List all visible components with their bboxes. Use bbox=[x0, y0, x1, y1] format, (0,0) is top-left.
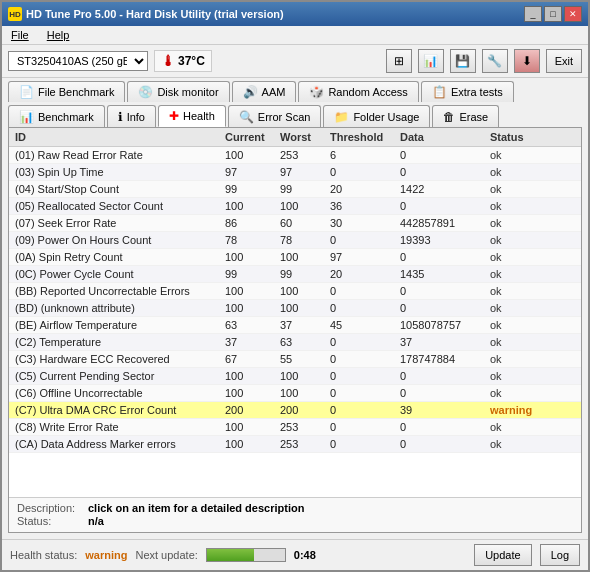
toolbar-btn-5[interactable]: ⬇ bbox=[514, 49, 540, 73]
table-row[interactable]: (C2) Temperature 37 63 0 37 ok bbox=[9, 334, 581, 351]
cell-id: (04) Start/Stop Count bbox=[13, 182, 223, 196]
table-row[interactable]: (07) Seek Error Rate 86 60 30 442857891 … bbox=[9, 215, 581, 232]
cell-current: 67 bbox=[223, 352, 278, 366]
menu-file[interactable]: File bbox=[8, 28, 32, 42]
cell-id: (09) Power On Hours Count bbox=[13, 233, 223, 247]
error-scan-icon: 🔍 bbox=[239, 110, 254, 124]
cell-worst: 253 bbox=[278, 437, 328, 451]
cell-id: (BD) (unknown attribute) bbox=[13, 301, 223, 315]
minimize-button[interactable]: _ bbox=[524, 6, 542, 22]
tab-disk-monitor[interactable]: 💿 Disk monitor bbox=[127, 81, 229, 102]
exit-button[interactable]: Exit bbox=[546, 49, 582, 73]
cell-id: (CA) Data Address Marker errors bbox=[13, 437, 223, 451]
tab-error-scan-label: Error Scan bbox=[258, 111, 311, 123]
toolbar-btn-3[interactable]: 💾 bbox=[450, 49, 476, 73]
tab-benchmark[interactable]: 📊 Benchmark bbox=[8, 105, 105, 127]
table-row[interactable]: (C6) Offline Uncorrectable 100 100 0 0 o… bbox=[9, 385, 581, 402]
table-row[interactable]: (C7) Ultra DMA CRC Error Count 200 200 0… bbox=[9, 402, 581, 419]
table-row[interactable]: (BD) (unknown attribute) 100 100 0 0 ok bbox=[9, 300, 581, 317]
desc-label: Description: bbox=[17, 502, 82, 514]
cell-current: 100 bbox=[223, 301, 278, 315]
table-row[interactable]: (01) Raw Read Error Rate 100 253 6 0 ok bbox=[9, 147, 581, 164]
tab-extra-tests[interactable]: 📋 Extra tests bbox=[421, 81, 514, 102]
cell-threshold: 0 bbox=[328, 352, 398, 366]
table-row[interactable]: (BE) Airflow Temperature 63 37 45 105807… bbox=[9, 317, 581, 334]
update-button[interactable]: Update bbox=[474, 544, 531, 566]
tab-erase[interactable]: 🗑 Erase bbox=[432, 105, 499, 127]
tab-aam[interactable]: 🔊 AAM bbox=[232, 81, 297, 102]
table-header: ID Current Worst Threshold Data Status bbox=[9, 128, 581, 147]
cell-threshold: 0 bbox=[328, 165, 398, 179]
tab-error-scan[interactable]: 🔍 Error Scan bbox=[228, 105, 322, 127]
cell-status: ok bbox=[488, 437, 553, 451]
disk-selector[interactable]: ST3250410AS (250 gB) bbox=[8, 51, 148, 71]
health-status-value: warning bbox=[85, 549, 127, 561]
cell-threshold: 30 bbox=[328, 216, 398, 230]
cell-worst: 63 bbox=[278, 335, 328, 349]
tab-info[interactable]: ℹ Info bbox=[107, 105, 156, 127]
toolbar: ST3250410AS (250 gB) 🌡 37°C ⊞ 📊 💾 🔧 ⬇ Ex… bbox=[2, 45, 588, 78]
cell-worst: 100 bbox=[278, 199, 328, 213]
tab-info-label: Info bbox=[127, 111, 145, 123]
cell-status: ok bbox=[488, 199, 553, 213]
cell-threshold: 0 bbox=[328, 301, 398, 315]
aam-icon: 🔊 bbox=[243, 85, 258, 99]
cell-data: 19393 bbox=[398, 233, 488, 247]
disk-monitor-icon: 💿 bbox=[138, 85, 153, 99]
temperature-value: 37°C bbox=[178, 54, 205, 68]
tab-erase-label: Erase bbox=[459, 111, 488, 123]
tab-health[interactable]: ✚ Health bbox=[158, 105, 226, 127]
table-row[interactable]: (C3) Hardware ECC Recovered 67 55 0 1787… bbox=[9, 351, 581, 368]
cell-current: 37 bbox=[223, 335, 278, 349]
cell-data: 0 bbox=[398, 420, 488, 434]
cell-data: 178747884 bbox=[398, 352, 488, 366]
cell-status: ok bbox=[488, 233, 553, 247]
cell-data: 1435 bbox=[398, 267, 488, 281]
cell-current: 100 bbox=[223, 437, 278, 451]
table-row[interactable]: (04) Start/Stop Count 99 99 20 1422 ok bbox=[9, 181, 581, 198]
tab-file-benchmark[interactable]: 📄 File Benchmark bbox=[8, 81, 125, 102]
cell-id: (C7) Ultra DMA CRC Error Count bbox=[13, 403, 223, 417]
cell-worst: 100 bbox=[278, 284, 328, 298]
cell-threshold: 0 bbox=[328, 284, 398, 298]
main-window: HD HD Tune Pro 5.00 - Hard Disk Utility … bbox=[0, 0, 590, 572]
cell-data: 1058078757 bbox=[398, 318, 488, 332]
table-row[interactable]: (CA) Data Address Marker errors 100 253 … bbox=[9, 436, 581, 453]
progress-bar bbox=[206, 548, 286, 562]
table-row[interactable]: (09) Power On Hours Count 78 78 0 19393 … bbox=[9, 232, 581, 249]
tab-health-label: Health bbox=[183, 110, 215, 122]
table-row[interactable]: (C8) Write Error Rate 100 253 0 0 ok bbox=[9, 419, 581, 436]
table-row[interactable]: (05) Reallocated Sector Count 100 100 36… bbox=[9, 198, 581, 215]
table-row[interactable]: (0A) Spin Retry Count 100 100 97 0 ok bbox=[9, 249, 581, 266]
menu-help[interactable]: Help bbox=[44, 28, 73, 42]
table-row[interactable]: (C5) Current Pending Sector 100 100 0 0 … bbox=[9, 368, 581, 385]
table-row[interactable]: (BB) Reported Uncorrectable Errors 100 1… bbox=[9, 283, 581, 300]
log-button[interactable]: Log bbox=[540, 544, 580, 566]
cell-worst: 253 bbox=[278, 420, 328, 434]
toolbar-btn-4[interactable]: 🔧 bbox=[482, 49, 508, 73]
tab-random-access[interactable]: 🎲 Random Access bbox=[298, 81, 418, 102]
col-data: Data bbox=[398, 130, 488, 144]
tab-random-access-label: Random Access bbox=[328, 86, 407, 98]
cell-data: 0 bbox=[398, 369, 488, 383]
benchmark-icon: 📊 bbox=[19, 110, 34, 124]
tab-folder-usage[interactable]: 📁 Folder Usage bbox=[323, 105, 430, 127]
table-row[interactable]: (0C) Power Cycle Count 99 99 20 1435 ok bbox=[9, 266, 581, 283]
cell-threshold: 0 bbox=[328, 420, 398, 434]
cell-data: 39 bbox=[398, 403, 488, 417]
cell-data: 442857891 bbox=[398, 216, 488, 230]
title-bar-content: HD HD Tune Pro 5.00 - Hard Disk Utility … bbox=[8, 7, 284, 21]
toolbar-btn-2[interactable]: 📊 bbox=[418, 49, 444, 73]
table-row[interactable]: (03) Spin Up Time 97 97 0 0 ok bbox=[9, 164, 581, 181]
tab-file-benchmark-label: File Benchmark bbox=[38, 86, 114, 98]
temperature-badge: 🌡 37°C bbox=[154, 50, 212, 72]
toolbar-btn-1[interactable]: ⊞ bbox=[386, 49, 412, 73]
cell-worst: 253 bbox=[278, 148, 328, 162]
random-access-icon: 🎲 bbox=[309, 85, 324, 99]
cell-threshold: 0 bbox=[328, 233, 398, 247]
cell-current: 99 bbox=[223, 182, 278, 196]
cell-threshold: 0 bbox=[328, 437, 398, 451]
maximize-button[interactable]: □ bbox=[544, 6, 562, 22]
close-button[interactable]: ✕ bbox=[564, 6, 582, 22]
cell-id: (0A) Spin Retry Count bbox=[13, 250, 223, 264]
